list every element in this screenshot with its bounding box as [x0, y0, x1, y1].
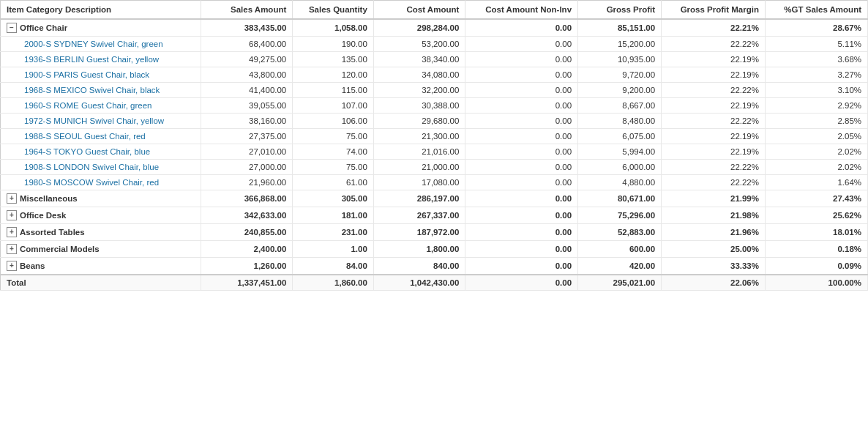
- item-cost_non_inv: 0.00: [465, 67, 578, 83]
- item-sales_quantity: 74.00: [293, 144, 374, 160]
- item-sales_amount: 38,160.00: [201, 114, 292, 129]
- category-gross_profit: 600.00: [578, 241, 662, 258]
- category-gpm: 21.99%: [662, 190, 766, 207]
- item-sales_amount: 49,275.00: [201, 52, 292, 67]
- category-row: −Office Chair383,435.001,058.00298,284.0…: [1, 19, 868, 37]
- category-cost_amount: 1,800.00: [373, 241, 465, 258]
- item-name-cell[interactable]: 1972-S MUNICH Swivel Chair, yellow: [1, 114, 201, 129]
- item-gpm: 22.19%: [662, 67, 766, 83]
- category-gpm: 33.33%: [662, 258, 766, 275]
- item-name-cell[interactable]: 1908-S LONDON Swivel Chair, blue: [1, 160, 201, 175]
- item-cost_amount: 32,200.00: [373, 83, 465, 98]
- item-sales_quantity: 115.00: [293, 83, 374, 98]
- category-gross_profit: 80,671.00: [578, 190, 662, 207]
- item-gt_sales: 2.02%: [766, 160, 868, 175]
- category-cost_non_inv: 0.00: [465, 258, 578, 275]
- table-row: 1964-S TOKYO Guest Chair, blue27,010.007…: [1, 144, 868, 160]
- category-row: +Beans1,260.0084.00840.000.00420.0033.33…: [1, 258, 868, 275]
- category-row: +Office Desk342,633.00181.00267,337.000.…: [1, 207, 868, 224]
- category-sales_quantity: 1,058.00: [293, 19, 374, 37]
- item-name-cell[interactable]: 1980-S MOSCOW Swivel Chair, red: [1, 175, 201, 190]
- item-cost_non_inv: 0.00: [465, 175, 578, 190]
- total-gross_profit: 295,021.00: [578, 275, 662, 291]
- item-name-cell[interactable]: 1968-S MEXICO Swivel Chair, black: [1, 83, 201, 98]
- item-name-cell[interactable]: 1960-S ROME Guest Chair, green: [1, 98, 201, 114]
- category-name-cell: +Beans: [1, 258, 201, 275]
- expand-icon[interactable]: +: [7, 193, 17, 204]
- item-gross_profit: 9,720.00: [578, 67, 662, 83]
- total-row: Total1,337,451.001,860.001,042,430.000.0…: [1, 275, 868, 291]
- table-row: 1968-S MEXICO Swivel Chair, black41,400.…: [1, 83, 868, 98]
- item-cost_non_inv: 0.00: [465, 144, 578, 160]
- item-gt_sales: 3.68%: [766, 52, 868, 67]
- item-gt_sales: 2.05%: [766, 129, 868, 144]
- total-cost_amount: 1,042,430.00: [373, 275, 465, 291]
- item-cost_non_inv: 0.00: [465, 37, 578, 52]
- item-gross_profit: 6,075.00: [578, 129, 662, 144]
- expand-icon[interactable]: +: [7, 261, 17, 271]
- expand-icon[interactable]: +: [7, 210, 17, 220]
- category-row: +Assorted Tables240,855.00231.00187,972.…: [1, 224, 868, 241]
- category-name-cell: +Office Desk: [1, 207, 201, 224]
- item-sales_amount: 21,960.00: [201, 175, 292, 190]
- category-label-text: Commercial Models: [20, 245, 100, 253]
- expand-icon[interactable]: +: [7, 244, 17, 254]
- item-gt_sales: 2.85%: [766, 114, 868, 129]
- table-header-row: Item Category Description Sales Amount S…: [1, 1, 868, 20]
- item-name-cell[interactable]: 2000-S SYDNEY Swivel Chair, green: [1, 37, 201, 52]
- category-name-cell: +Assorted Tables: [1, 224, 201, 241]
- col-header-sales-quantity: Sales Quantity: [293, 1, 374, 20]
- item-sales_quantity: 190.00: [293, 37, 374, 52]
- item-gt_sales: 2.02%: [766, 144, 868, 160]
- report-table-container: Item Category Description Sales Amount S…: [0, 0, 868, 291]
- category-sales_amount: 2,400.00: [201, 241, 292, 258]
- total-cost_non_inv: 0.00: [465, 275, 578, 291]
- category-gross_profit: 85,151.00: [578, 19, 662, 37]
- category-row: +Miscellaneous366,868.00305.00286,197.00…: [1, 190, 868, 207]
- item-cost_non_inv: 0.00: [465, 98, 578, 114]
- col-header-sales-amount: Sales Amount: [201, 1, 292, 20]
- item-gt_sales: 1.64%: [766, 175, 868, 190]
- total-gpm: 22.06%: [662, 275, 766, 291]
- expand-icon[interactable]: +: [7, 227, 17, 237]
- table-row: 2000-S SYDNEY Swivel Chair, green68,400.…: [1, 37, 868, 52]
- category-gpm: 22.21%: [662, 19, 766, 37]
- category-sales_quantity: 1.00: [293, 241, 374, 258]
- sales-report-table: Item Category Description Sales Amount S…: [0, 0, 868, 291]
- category-name-cell: +Commercial Models: [1, 241, 201, 258]
- item-cost_amount: 21,300.00: [373, 129, 465, 144]
- item-name-cell[interactable]: 1988-S SEOUL Guest Chair, red: [1, 129, 201, 144]
- item-sales_amount: 39,055.00: [201, 98, 292, 114]
- category-name-cell: −Office Chair: [1, 19, 201, 37]
- total-sales_quantity: 1,860.00: [293, 275, 374, 291]
- item-name-cell[interactable]: 1900-S PARIS Guest Chair, black: [1, 67, 201, 83]
- item-gpm: 22.19%: [662, 98, 766, 114]
- item-sales_quantity: 75.00: [293, 129, 374, 144]
- category-gpm: 21.96%: [662, 224, 766, 241]
- category-sales_amount: 1,260.00: [201, 258, 292, 275]
- table-body: −Office Chair383,435.001,058.00298,284.0…: [1, 19, 868, 291]
- category-sales_amount: 240,855.00: [201, 224, 292, 241]
- category-label-text: Miscellaneous: [20, 194, 78, 203]
- col-header-gross-profit: Gross Profit: [578, 1, 662, 20]
- item-gross_profit: 15,200.00: [578, 37, 662, 52]
- table-row: 1980-S MOSCOW Swivel Chair, red21,960.00…: [1, 175, 868, 190]
- item-cost_non_inv: 0.00: [465, 52, 578, 67]
- category-label-text: Office Desk: [20, 211, 66, 220]
- category-gt_sales: 18.01%: [766, 224, 868, 241]
- category-cost_non_inv: 0.00: [465, 241, 578, 258]
- item-name-cell[interactable]: 1936-S BERLIN Guest Chair, yellow: [1, 52, 201, 67]
- category-name-cell: +Miscellaneous: [1, 190, 201, 207]
- item-gt_sales: 3.27%: [766, 67, 868, 83]
- item-sales_quantity: 75.00: [293, 160, 374, 175]
- category-label-text: Beans: [20, 261, 45, 270]
- item-sales_quantity: 107.00: [293, 98, 374, 114]
- collapse-icon[interactable]: −: [7, 23, 17, 33]
- item-sales_amount: 27,010.00: [201, 144, 292, 160]
- item-gross_profit: 10,935.00: [578, 52, 662, 67]
- category-gt_sales: 0.09%: [766, 258, 868, 275]
- category-gt_sales: 25.62%: [766, 207, 868, 224]
- category-label-text: Office Chair: [20, 23, 67, 32]
- item-name-cell[interactable]: 1964-S TOKYO Guest Chair, blue: [1, 144, 201, 160]
- col-header-description: Item Category Description: [1, 1, 201, 20]
